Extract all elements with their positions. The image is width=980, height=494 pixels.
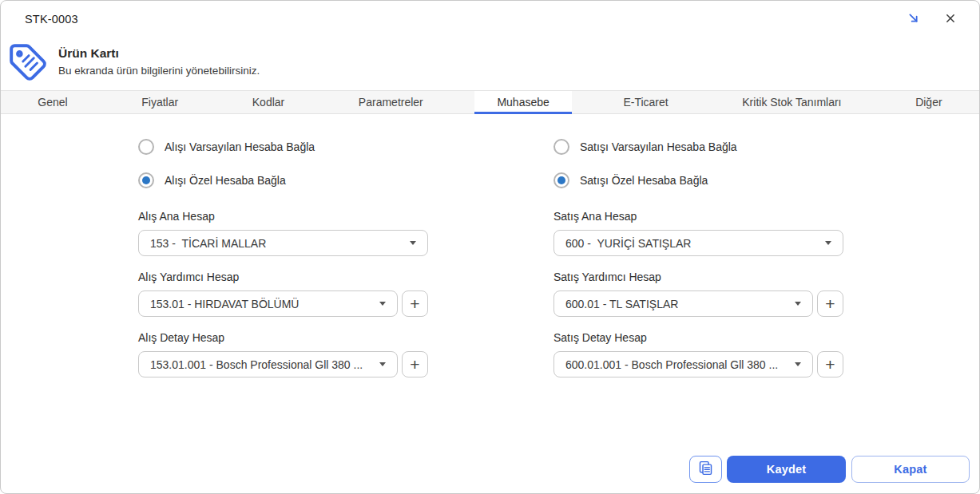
purchase-default-account-radio[interactable]: Alışı Varsayılan Hesaba Bağla <box>138 139 428 155</box>
plus-icon: + <box>825 356 835 373</box>
purchase-sub-account-select[interactable]: 153.01 - HIRDAVAT BÖLÜMÜ <box>138 290 398 317</box>
sales-main-account-select[interactable]: 600 - YURİÇİ SATIŞLAR <box>553 230 843 256</box>
caret-down-icon <box>379 302 386 306</box>
radio-label: Alışı Varsayılan Hesaba Bağla <box>165 140 315 153</box>
purchase-detail-account-add-button[interactable]: + <box>402 351 428 377</box>
tab-kritik-stok-tanimlari[interactable]: Kritik Stok Tanımları <box>720 91 863 113</box>
field-label: Satış Ana Hesap <box>553 210 843 223</box>
radio-label: Satışı Varsayılan Hesaba Bağla <box>580 140 737 153</box>
radio-label: Satışı Özel Hesaba Bağla <box>580 174 708 187</box>
sales-accounts-section: Satışı Varsayılan Hesaba Bağla Satışı Öz… <box>553 114 843 377</box>
purchase-main-account-field: Alış Ana Hesap 153 - TİCARİ MALLAR <box>138 210 428 256</box>
page-header: Ürün Kartı Bu ekranda ürün bilgilerini y… <box>8 42 260 82</box>
plus-icon: + <box>410 295 419 312</box>
save-button[interactable]: Kaydet <box>727 456 846 483</box>
radio-icon <box>553 172 569 188</box>
purchase-sub-account-field: Alış Yardımcı Hesap 153.01 - HIRDAVAT BÖ… <box>138 271 428 317</box>
minimize-button[interactable] <box>903 8 925 30</box>
tab-fiyatlar[interactable]: Fiyatlar <box>119 91 200 113</box>
sales-custom-account-radio[interactable]: Satışı Özel Hesaba Bağla <box>553 172 843 188</box>
sales-default-account-radio[interactable]: Satışı Varsayılan Hesaba Bağla <box>553 139 843 155</box>
tab-kodlar[interactable]: Kodlar <box>230 91 307 113</box>
copy-document-icon <box>697 460 714 479</box>
sales-radio-group: Satışı Varsayılan Hesaba Bağla Satışı Öz… <box>553 139 843 188</box>
footer-actions: Kaydet Kapat <box>1 456 979 483</box>
product-tag-icon <box>8 42 48 82</box>
select-value: 600 - YURİÇİ SATIŞLAR <box>565 237 691 250</box>
tab-genel[interactable]: Genel <box>15 91 89 113</box>
radio-icon <box>138 172 154 188</box>
purchase-sub-account-add-button[interactable]: + <box>402 290 428 317</box>
select-value: 153 - TİCARİ MALLAR <box>150 237 266 250</box>
caret-down-icon <box>825 241 831 245</box>
sales-detail-account-select[interactable]: 600.01.001 - Bosch Professional Gll 380 … <box>553 351 813 377</box>
plus-icon: + <box>410 356 419 373</box>
field-label: Alış Ana Hesap <box>138 210 428 223</box>
purchase-radio-group: Alışı Varsayılan Hesaba Bağla Alışı Özel… <box>138 139 428 188</box>
purchase-main-account-select[interactable]: 153 - TİCARİ MALLAR <box>138 230 428 256</box>
caret-down-icon <box>795 362 801 366</box>
sales-detail-account-field: Satış Detay Hesap 600.01.001 - Bosch Pro… <box>553 331 843 377</box>
page-subtitle: Bu ekranda ürün bilgilerini yönetebilirs… <box>58 65 260 77</box>
close-icon <box>942 10 958 29</box>
dialog-title: STK-0003 <box>25 13 78 26</box>
page-title: Ürün Kartı <box>58 46 260 61</box>
copy-button[interactable] <box>689 456 722 483</box>
caret-down-icon <box>410 241 416 245</box>
sales-detail-account-add-button[interactable]: + <box>817 351 843 377</box>
purchase-custom-account-radio[interactable]: Alışı Özel Hesaba Bağla <box>138 172 428 188</box>
field-label: Satış Yardımcı Hesap <box>553 271 843 283</box>
sales-main-account-field: Satış Ana Hesap 600 - YURİÇİ SATIŞLAR <box>553 210 843 256</box>
select-value: 600.01.001 - Bosch Professional Gll 380 … <box>565 358 778 371</box>
select-value: 600.01 - TL SATIŞLAR <box>565 298 678 310</box>
tab-bar: Genel Fiyatlar Kodlar Parametreler Muhas… <box>1 90 979 114</box>
field-label: Alış Detay Hesap <box>138 331 428 344</box>
radio-label: Alışı Özel Hesaba Bağla <box>165 174 286 187</box>
sales-sub-account-select[interactable]: 600.01 - TL SATIŞLAR <box>553 290 813 317</box>
sales-sub-account-add-button[interactable]: + <box>817 290 843 317</box>
radio-icon <box>138 139 154 155</box>
plus-icon: + <box>825 295 835 312</box>
product-card-dialog: STK-0003 <box>0 0 980 494</box>
field-label: Satış Detay Hesap <box>553 331 843 344</box>
purchase-detail-account-field: Alış Detay Hesap 153.01.001 - Bosch Prof… <box>138 331 428 377</box>
radio-icon <box>553 139 569 155</box>
arrow-down-right-icon <box>905 10 922 30</box>
purchase-detail-account-select[interactable]: 153.01.001 - Bosch Professional Gll 380 … <box>138 351 398 377</box>
tab-eticaret[interactable]: E-Ticaret <box>601 91 690 113</box>
sales-sub-account-field: Satış Yardımcı Hesap 600.01 - TL SATIŞLA… <box>553 271 843 317</box>
tab-muhasebe[interactable]: Muhasebe <box>474 91 571 113</box>
select-value: 153.01 - HIRDAVAT BÖLÜMÜ <box>150 298 299 310</box>
caret-down-icon <box>379 362 386 366</box>
tab-diger[interactable]: Diğer <box>893 91 964 113</box>
tab-parametreler[interactable]: Parametreler <box>336 91 446 113</box>
field-label: Alış Yardımcı Hesap <box>138 271 428 283</box>
select-value: 153.01.001 - Bosch Professional Gll 380 … <box>150 358 363 371</box>
window-close-button[interactable] <box>939 8 962 30</box>
close-button[interactable]: Kapat <box>851 456 970 483</box>
caret-down-icon <box>795 302 801 306</box>
purchase-accounts-section: Alışı Varsayılan Hesaba Bağla Alışı Özel… <box>138 114 428 377</box>
window-actions <box>903 8 962 30</box>
